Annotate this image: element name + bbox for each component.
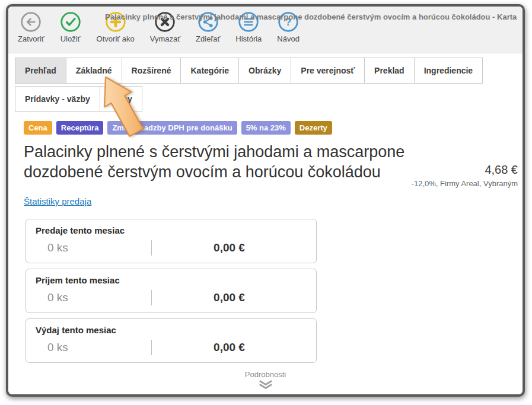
product-price-note: -12,0%, Firmy Areal, Vybraným — [412, 179, 518, 188]
stat-card-title: Predaje tento mesiac — [36, 225, 307, 235]
tag-badge: Receptúra — [56, 121, 104, 135]
tab-pre-verejnos-[interactable]: Pre verejnosť — [291, 58, 365, 84]
stat-card-title: Výdaj tento mesiac — [36, 325, 307, 335]
stat-card: Príjem tento mesiac 0 ks 0,00 € — [26, 269, 317, 313]
stat-card: Výdaj tento mesiac 0 ks 0,00 € — [26, 318, 317, 363]
toolbar-button-label: Zdieľať — [196, 34, 220, 43]
sales-statistics-link[interactable]: Štatistiky predaja — [24, 196, 91, 206]
tab-obr-zky[interactable]: Obrázky — [238, 58, 291, 84]
tab-roz-ren-[interactable]: Rozšírené — [122, 58, 181, 84]
toolbar-button-label: Uložiť — [60, 34, 81, 43]
window-title: Palacinky plnené s čerstvými jahodami a … — [105, 12, 520, 21]
product-title: Palacinky plnené s čerstvými jahodami a … — [24, 142, 469, 182]
stat-card-amount: 0,00 € — [152, 291, 307, 304]
toolbar-button-check[interactable]: Uložiť — [60, 11, 81, 43]
stat-card: Predaje tento mesiac 0 ks 0,00 € — [26, 219, 317, 263]
toolbar-button-label: Návod — [277, 34, 300, 43]
tab-vby[interactable]: vby — [100, 86, 142, 112]
toolbar-button-label: Zatvoriť — [18, 34, 44, 43]
details-label: Podrobnosti — [245, 370, 286, 379]
tab-z-kladn-[interactable]: Základné — [66, 58, 122, 84]
double-chevron-down-icon — [259, 380, 273, 389]
toolbar-button-label: História — [235, 34, 262, 43]
tab-preh-ad[interactable]: Prehľad — [15, 58, 66, 84]
tab-ingrediencie[interactable]: Ingrediencie — [414, 58, 483, 84]
details-toggle[interactable]: Podrobnosti — [230, 370, 301, 389]
stat-card-quantity: 0 ks — [36, 341, 151, 354]
stats-cards: Predaje tento mesiac 0 ks 0,00 € Príjem … — [26, 219, 317, 363]
tag-badge: Dezerty — [295, 121, 332, 135]
back-icon — [20, 11, 42, 33]
tabs-row-1: Prehľad Základné Rozšírené Kategórie Obr… — [15, 58, 523, 84]
stat-card-quantity: 0 ks — [36, 241, 151, 254]
card-window: Palacinky plnené s čerstvými jahodami a … — [6, 4, 525, 397]
check-icon — [60, 11, 81, 33]
product-header: Palacinky plnené s čerstvými jahodami a … — [24, 142, 518, 190]
toolbar: Palacinky plnené s čerstvými jahodami a … — [8, 7, 523, 53]
stat-card-amount: 0,00 € — [152, 241, 307, 254]
toolbar-button-label: Otvoriť ako — [97, 34, 135, 43]
tag-badge: Cena — [24, 121, 52, 135]
toolbar-button-label: Vymazať — [150, 34, 180, 43]
product-price: 4,68 € — [485, 163, 518, 177]
toolbar-button-back[interactable]: Zatvoriť — [18, 11, 44, 43]
tab-kateg-rie[interactable]: Kategórie — [180, 58, 239, 84]
product-tags: Cena Receptúra Zmenu sadzby DPH pre doná… — [24, 121, 523, 135]
tab-pr-davky-v-zby[interactable]: Prídavky - väzby — [15, 86, 100, 112]
tag-badge: 5% na 23% — [241, 121, 291, 135]
stat-card-amount: 0,00 € — [152, 341, 307, 354]
tabs-row-2: Prídavky - väzby vby — [15, 86, 523, 112]
tab-preklad[interactable]: Preklad — [364, 58, 415, 84]
stat-card-title: Príjem tento mesiac — [36, 275, 307, 285]
stat-card-quantity: 0 ks — [36, 291, 151, 304]
tag-badge: Zmenu sadzby DPH pre donášku — [107, 121, 237, 135]
